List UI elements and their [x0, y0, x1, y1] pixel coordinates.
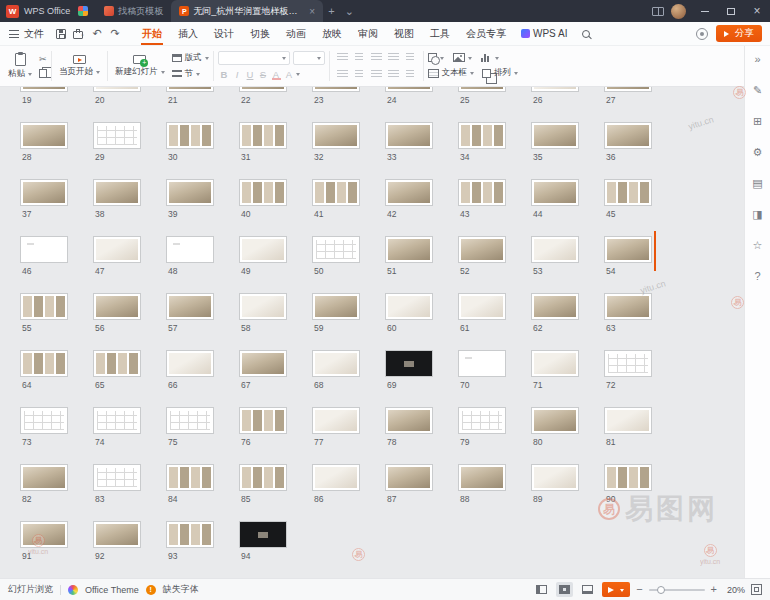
slide-cell[interactable]: 30: [166, 122, 239, 179]
theme-label[interactable]: Office Theme: [85, 585, 139, 595]
slide-cell[interactable]: 34: [458, 122, 531, 179]
slide-thumbnail[interactable]: [604, 179, 652, 206]
align-right-button[interactable]: [368, 67, 385, 82]
slide-cell[interactable]: 40: [239, 179, 312, 236]
fit-to-window-icon[interactable]: [751, 584, 762, 595]
slide-cell[interactable]: 88: [458, 464, 531, 521]
slide-cell[interactable]: 83: [93, 464, 166, 521]
slide-thumbnail[interactable]: [604, 350, 652, 377]
play-from-current-button[interactable]: 当页开始: [54, 48, 105, 84]
slide-thumbnail[interactable]: [93, 464, 141, 491]
slide-cell[interactable]: 64: [20, 350, 93, 407]
slide-thumbnail[interactable]: [531, 350, 579, 377]
tab-list-chevron-icon[interactable]: ⌄: [340, 0, 359, 22]
slide-cell[interactable]: 38: [93, 179, 166, 236]
save-button[interactable]: [52, 22, 70, 46]
underline-button[interactable]: U: [244, 67, 257, 81]
slide-thumbnail[interactable]: [93, 179, 141, 206]
increase-indent-button[interactable]: [385, 50, 402, 65]
close-tab-icon[interactable]: ×: [309, 6, 315, 17]
slide-thumbnail[interactable]: [458, 464, 506, 491]
slide-thumbnail[interactable]: [531, 464, 579, 491]
slide-cell[interactable]: 55: [20, 293, 93, 350]
slide-thumbnail[interactable]: [458, 236, 506, 263]
undo-button[interactable]: ↶: [88, 22, 106, 46]
slide-thumbnail[interactable]: [239, 407, 287, 434]
layout-button[interactable]: 版式: [172, 52, 209, 64]
apps-grid-icon[interactable]: [78, 6, 88, 16]
slide-cell[interactable]: 29: [93, 122, 166, 179]
slide-thumbnail[interactable]: [312, 122, 360, 149]
slide-cell[interactable]: 42: [385, 179, 458, 236]
slide-thumbnail[interactable]: [458, 407, 506, 434]
grow-font-button[interactable]: A: [283, 67, 296, 81]
slide-cell[interactable]: 58: [239, 293, 312, 350]
slide-cell[interactable]: 84: [166, 464, 239, 521]
slide-thumbnail[interactable]: [239, 350, 287, 377]
slide-thumbnail[interactable]: [20, 236, 68, 263]
missing-font-label[interactable]: 缺失字体: [163, 583, 199, 596]
slide-thumbnail[interactable]: [604, 87, 652, 92]
slide-cell[interactable]: 68: [312, 350, 385, 407]
slide-thumbnail[interactable]: [239, 179, 287, 206]
user-avatar[interactable]: [671, 4, 686, 19]
slide-cell[interactable]: 20: [93, 87, 166, 122]
slide-thumbnail[interactable]: [385, 122, 433, 149]
section-button[interactable]: 节: [172, 68, 209, 80]
slide-sorter-canvas[interactable]: 1920212223242526272829303132333435363738…: [0, 87, 744, 578]
doc-tab-template[interactable]: 找稿页模板: [96, 0, 171, 22]
slide-thumbnail[interactable]: [458, 179, 506, 206]
slide-cell[interactable]: 23: [312, 87, 385, 122]
slide-thumbnail[interactable]: [166, 179, 214, 206]
slide-thumbnail[interactable]: [20, 293, 68, 320]
slide-thumbnail[interactable]: [239, 87, 287, 92]
slide-cell[interactable]: 74: [93, 407, 166, 464]
slide-cell[interactable]: 72: [604, 350, 677, 407]
ribbon-tab[interactable]: 开始: [134, 22, 170, 45]
copy-icon[interactable]: [39, 69, 47, 78]
slide-cell[interactable]: 67: [239, 350, 312, 407]
file-menu[interactable]: 文件: [24, 27, 44, 41]
slide-cell[interactable]: 85: [239, 464, 312, 521]
slide-cell[interactable]: 43: [458, 179, 531, 236]
slide-thumbnail[interactable]: [604, 464, 652, 491]
slide-cell[interactable]: 87: [385, 464, 458, 521]
slide-cell[interactable]: 52: [458, 236, 531, 293]
slide-thumbnail[interactable]: [93, 122, 141, 149]
slide-thumbnail[interactable]: [93, 521, 141, 548]
slideshow-play-button[interactable]: [602, 582, 630, 597]
decrease-indent-button[interactable]: [368, 50, 385, 65]
normal-view-button[interactable]: [533, 582, 550, 597]
selection-pane-icon[interactable]: ▤: [750, 175, 766, 191]
slide-cell[interactable]: 26: [531, 87, 604, 122]
slide-thumbnail[interactable]: [166, 407, 214, 434]
slide-thumbnail[interactable]: [385, 293, 433, 320]
slide-thumbnail[interactable]: [385, 407, 433, 434]
slide-thumbnail[interactable]: [604, 122, 652, 149]
new-slide-button[interactable]: 新建幻灯片: [110, 48, 170, 84]
search-icon[interactable]: [582, 30, 590, 38]
close-button[interactable]: ×: [744, 0, 770, 22]
font-color-button[interactable]: A: [270, 67, 283, 81]
slide-thumbnail[interactable]: [312, 87, 360, 92]
slide-thumbnail[interactable]: [531, 293, 579, 320]
slide-thumbnail[interactable]: [604, 236, 652, 263]
slide-thumbnail[interactable]: [93, 407, 141, 434]
ribbon-tab[interactable]: 切换: [242, 22, 278, 45]
slide-cell[interactable]: 22: [239, 87, 312, 122]
slide-thumbnail[interactable]: [458, 87, 506, 92]
slide-cell[interactable]: 59: [312, 293, 385, 350]
columns-button[interactable]: [402, 67, 419, 82]
slide-cell[interactable]: 54: [604, 236, 677, 293]
slide-cell[interactable]: 77: [312, 407, 385, 464]
slide-cell[interactable]: 81: [604, 407, 677, 464]
design-templates-icon[interactable]: ⊞: [750, 113, 766, 129]
slide-thumbnail[interactable]: [458, 293, 506, 320]
align-center-button[interactable]: [351, 67, 368, 82]
zoom-slider[interactable]: [649, 589, 705, 591]
slide-cell[interactable]: 50: [312, 236, 385, 293]
slide-cell[interactable]: 24: [385, 87, 458, 122]
slide-cell[interactable]: 25: [458, 87, 531, 122]
slide-cell[interactable]: 78: [385, 407, 458, 464]
new-tab-button[interactable]: +: [323, 0, 339, 22]
